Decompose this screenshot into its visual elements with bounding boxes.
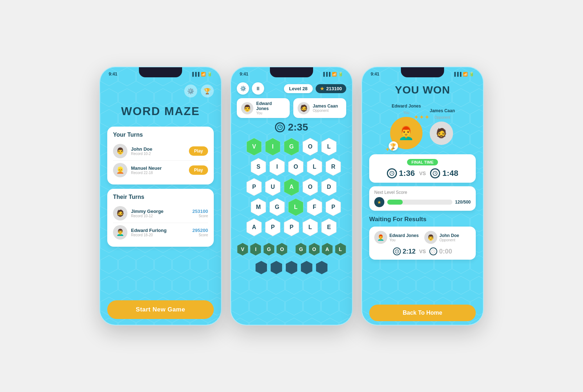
hex-cell[interactable]: R	[325, 158, 342, 176]
hex-cell[interactable]: V	[245, 137, 263, 156]
player-record: Record 22-18	[131, 171, 185, 175]
waiting-avatar: 👨‍🦰	[374, 231, 387, 244]
home-screen: 9:41 ▐▐▐ 📶 🔋 ⚙️ 🏆 WORD MAZE Your Turns 👨	[99, 67, 222, 325]
start-new-game-button[interactable]: Start New Game	[107, 300, 214, 319]
your-turns-card: Your Turns 👨 John Doe Record 10-2 Play 👱…	[107, 127, 214, 184]
level-text: Level 28	[284, 84, 312, 93]
battery-icon: 🔋	[207, 72, 212, 77]
battery-icon: 🔋	[469, 72, 474, 77]
timer-row: 2:35	[237, 122, 346, 133]
hex-cell[interactable]: F	[306, 198, 323, 216]
player-name: Jimmy George	[131, 209, 189, 214]
avatar: 🧔	[113, 206, 127, 220]
hex-cell[interactable]: L	[287, 198, 304, 216]
player-row: 👨‍🦱 Edward Furlong Record 18-20 295200 S…	[113, 223, 208, 242]
waiting-time-val-1: 2:12	[403, 248, 416, 255]
hex-row-5: A P P L	[245, 218, 338, 237]
avatar-you: 👨	[241, 102, 253, 114]
player-name: Manuel Neuer	[131, 165, 185, 171]
hex-cell[interactable]: L	[302, 218, 319, 237]
avatar: 👱	[113, 163, 127, 177]
hex-cell[interactable]: U	[264, 178, 281, 196]
status-icons: ▐▐▐ 📶 🔋	[453, 72, 474, 77]
star-icon: ★	[320, 86, 324, 91]
hex-cell[interactable]: I	[268, 158, 286, 176]
player-role: Opponent	[313, 109, 342, 113]
wifi-icon: 📶	[332, 72, 337, 77]
pause-button[interactable]: ⏸	[252, 82, 264, 95]
hex-row-2: S I O L	[250, 158, 342, 176]
time-circle	[430, 168, 440, 178]
your-turns-heading: Your Turns	[113, 132, 208, 138]
hex-row-3: P U A O	[245, 178, 338, 196]
dot-hex	[300, 260, 313, 275]
trophy-button[interactable]: 🏆	[201, 85, 214, 97]
avatar: 👨‍🦱	[113, 225, 127, 240]
hex-cell[interactable]: E	[320, 218, 338, 237]
hex-cell[interactable]: O	[302, 137, 319, 156]
hex-cell[interactable]: D	[320, 178, 338, 196]
hex-cell[interactable]: G	[268, 198, 286, 216]
waiting-vs: VS	[419, 249, 426, 254]
dot-hex	[270, 260, 283, 275]
status-time: 9:41	[371, 72, 379, 77]
svg-marker-39	[301, 261, 312, 274]
hex-cell[interactable]: M	[250, 198, 267, 216]
player-record: Record 10-2	[131, 152, 185, 156]
hex-cell[interactable]: G	[283, 137, 300, 156]
signal-icon: ▐▐▐	[191, 72, 199, 76]
progress-row: ★ 120/500	[374, 197, 471, 207]
waiting-player-1: 👨‍🦰 Edward Jones You	[374, 231, 421, 244]
notch	[270, 67, 313, 77]
player-row: 🧔 Jimmy George Record 10-12 253100 Score	[113, 204, 208, 223]
game-score: 213100	[326, 86, 342, 91]
status-time: 9:41	[240, 72, 248, 77]
hex-cell[interactable]: O	[302, 178, 319, 196]
waiting-time-item-1: 2:12	[393, 247, 416, 255]
score-number: 295200	[193, 228, 208, 233]
back-to-home-button[interactable]: Back To Home	[369, 305, 476, 321]
player-record: Record 10-12	[131, 214, 189, 218]
winner-time-item: 1:36	[387, 168, 415, 178]
player-card-you: 👨 Edward Jones You	[237, 98, 290, 118]
player-card-opponent: 🧔 James Caan Opponent	[293, 98, 346, 118]
settings-button[interactable]: ⚙️	[184, 85, 197, 97]
play-button-2[interactable]: Play	[189, 165, 208, 175]
opponent-name: James Caan	[430, 108, 455, 113]
signal-icon: ▐▐▐	[453, 72, 461, 76]
player-name: James Caan	[313, 104, 342, 109]
play-button-1[interactable]: Play	[189, 146, 208, 156]
hex-cell[interactable]: L	[306, 158, 323, 176]
word-hex: I	[250, 241, 261, 257]
word-hex: V	[237, 241, 248, 257]
waiting-avatar: 👨	[424, 231, 437, 244]
waiting-time-item-2: 0:00	[429, 247, 452, 255]
waiting-player-name: Edward Jones	[389, 233, 419, 238]
score-number: 253100	[193, 209, 208, 214]
hex-cell[interactable]: P	[245, 178, 263, 196]
hex-cell[interactable]: P	[264, 218, 281, 237]
status-icons: ▐▐▐ 📶 🔋	[191, 72, 212, 77]
waiting-time-val-2: 0:00	[439, 248, 452, 255]
hex-cell[interactable]: I	[264, 137, 281, 156]
hex-grid: V I G O	[237, 137, 346, 237]
player-name: Edward Jones	[256, 101, 285, 111]
waiting-player-name: John Doe	[439, 233, 459, 238]
hex-cell[interactable]: S	[250, 158, 267, 176]
winner-time: 1:36	[399, 169, 415, 178]
hex-cell[interactable]: P	[325, 198, 342, 216]
settings-button[interactable]: ⚙️	[237, 82, 249, 95]
dot-hex	[315, 260, 328, 275]
player-name: Edward Furlong	[131, 228, 189, 233]
opponent-time: 1:48	[442, 169, 458, 178]
hex-cell[interactable]: O	[287, 158, 304, 176]
final-time-card: FINAL TIME 1:36 VS	[369, 154, 476, 183]
hex-cell[interactable]: A	[283, 178, 300, 196]
word-hex: O	[308, 241, 320, 257]
hex-cell[interactable]: P	[283, 218, 300, 237]
level-badge: Level 28 ★ 213100	[284, 84, 346, 93]
hex-cell[interactable]: L	[320, 137, 338, 156]
score-badge: ★ 213100	[316, 84, 346, 93]
hex-row-4: M G L F	[250, 198, 342, 216]
hex-cell[interactable]: A	[245, 218, 263, 237]
